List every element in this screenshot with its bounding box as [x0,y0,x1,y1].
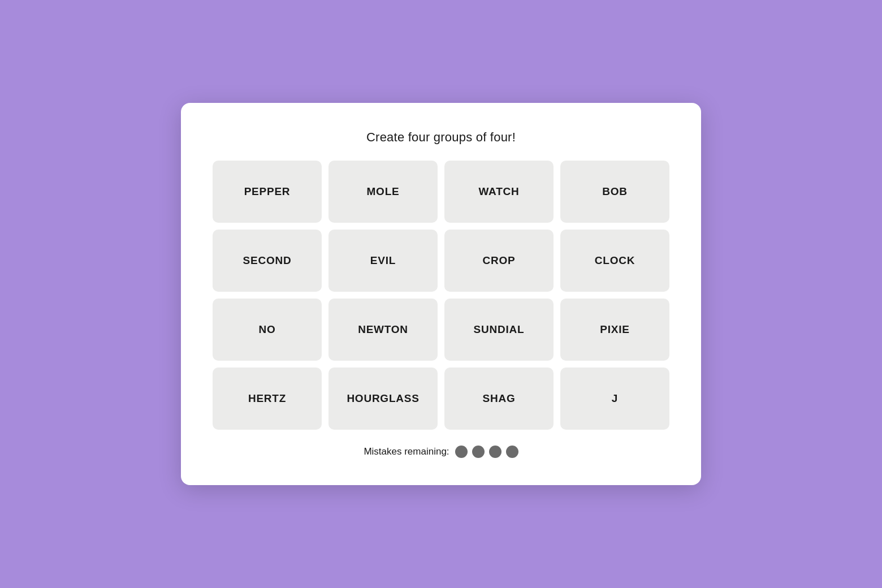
tile-crop[interactable]: CROP [444,230,554,292]
mistake-dot-1 [455,446,468,458]
tile-shag[interactable]: SHAG [444,368,554,430]
tile-label: CROP [483,254,516,267]
tile-hourglass[interactable]: HOURGLASS [328,368,438,430]
mistakes-row: Mistakes remaining: [364,446,518,458]
tile-no[interactable]: NO [213,299,322,361]
mistakes-label: Mistakes remaining: [364,446,449,457]
tile-clock[interactable]: CLOCK [560,230,669,292]
tile-j[interactable]: J [560,368,669,430]
mistake-dot-2 [472,446,485,458]
mistakes-dots [455,446,518,458]
tile-label: NEWTON [358,323,408,336]
game-title: Create four groups of four! [366,130,516,145]
mistake-dot-4 [506,446,518,458]
tile-label: MOLE [367,185,400,198]
tile-pepper[interactable]: PEPPER [213,161,322,223]
tile-hertz[interactable]: HERTZ [213,368,322,430]
mistake-dot-3 [489,446,501,458]
tile-label: EVIL [370,254,396,267]
tile-label: SUNDIAL [474,323,525,336]
tile-grid: PEPPERMOLEWATCHBOBSECONDEVILCROPCLOCKNON… [213,161,669,430]
tile-mole[interactable]: MOLE [328,161,438,223]
tile-label: WATCH [478,185,519,198]
tile-label: BOB [602,185,628,198]
tile-bob[interactable]: BOB [560,161,669,223]
tile-label: PEPPER [244,185,291,198]
tile-label: SHAG [483,392,516,405]
tile-evil[interactable]: EVIL [328,230,438,292]
tile-label: PIXIE [600,323,629,336]
tile-label: HOURGLASS [347,392,419,405]
game-container: Create four groups of four! PEPPERMOLEWA… [181,103,701,485]
tile-newton[interactable]: NEWTON [328,299,438,361]
tile-label: SECOND [243,254,292,267]
tile-label: CLOCK [595,254,635,267]
tile-label: HERTZ [248,392,286,405]
tile-label: J [612,392,618,405]
tile-pixie[interactable]: PIXIE [560,299,669,361]
tile-sundial[interactable]: SUNDIAL [444,299,554,361]
tile-label: NO [258,323,275,336]
tile-watch[interactable]: WATCH [444,161,554,223]
tile-second[interactable]: SECOND [213,230,322,292]
